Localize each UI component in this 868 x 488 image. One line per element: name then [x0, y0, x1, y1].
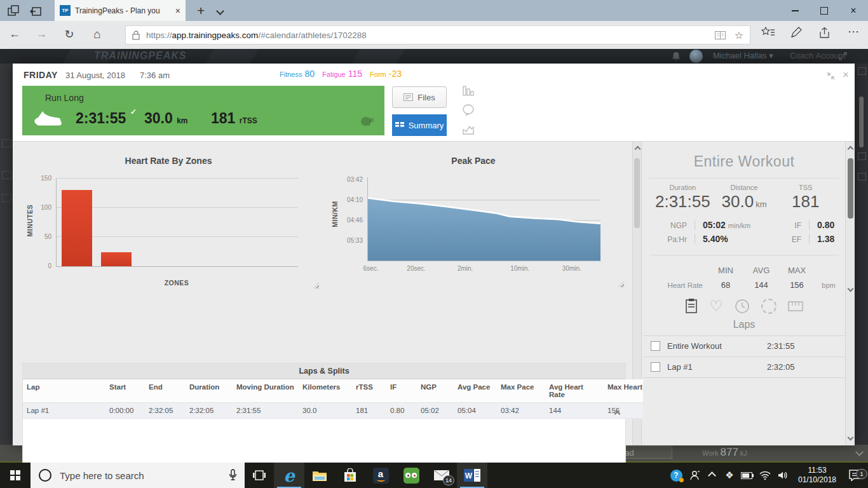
laps-table-cell: 0:00:00 — [105, 403, 145, 419]
workout-tss: 181 rTSS — [211, 110, 257, 127]
charts-view-icon[interactable] — [463, 85, 475, 97]
x-tick-label: 30min. — [562, 265, 581, 272]
sidebar-dashboard-icon[interactable] — [2, 194, 11, 202]
task-view-button[interactable] — [245, 463, 274, 488]
forward-button[interactable]: → — [32, 27, 51, 41]
more-options-icon[interactable]: ⋯ — [848, 25, 859, 39]
page-right-rail — [855, 64, 868, 445]
taskbar-clock[interactable]: 11:5301/10/2018 — [792, 466, 843, 485]
footer-collapse-chevron-icon[interactable] — [855, 448, 864, 456]
make-web-note-pen-icon[interactable] — [790, 27, 803, 41]
taskbar-word-icon[interactable]: W — [457, 463, 487, 488]
url-field[interactable]: https://app.trainingpeaks.com/#calendar/… — [125, 25, 750, 44]
chart-resize-handle[interactable] — [618, 281, 624, 287]
graph-view-icon[interactable] — [463, 124, 475, 135]
maximize-button[interactable] — [810, 0, 839, 21]
y-tick-label: 100 — [22, 204, 51, 211]
hr-column-header: MIN — [708, 266, 743, 275]
refresh-button[interactable]: ↻ — [60, 27, 79, 41]
hidden-icons-chevron[interactable] — [703, 473, 721, 478]
scroll-up-chevron-icon[interactable] — [635, 146, 641, 152]
comments-icon[interactable] — [360, 116, 374, 128]
files-button[interactable]: Files — [392, 86, 447, 108]
y-tick-label: 04:10 — [330, 196, 363, 203]
microphone-icon[interactable] — [229, 469, 237, 481]
right-rail-icon[interactable] — [858, 152, 866, 160]
user-avatar[interactable] — [689, 50, 703, 63]
people-icon[interactable] — [685, 470, 703, 480]
browser-tab[interactable]: TP TrainingPeaks - Plan you × — [55, 0, 186, 21]
right-panel-scrollbar[interactable] — [845, 142, 855, 445]
home-button[interactable]: ⌂ — [88, 27, 107, 41]
heart-rate-tab-icon[interactable]: ♡ — [709, 299, 723, 313]
scrollbar-thumb[interactable] — [848, 158, 853, 219]
show-tab-previews-icon[interactable] — [5, 4, 23, 18]
comments-view-icon[interactable] — [463, 104, 475, 116]
modal-collapse-icon[interactable] — [827, 71, 835, 83]
lap-checkbox[interactable] — [651, 362, 660, 372]
distance-tab-icon[interactable] — [788, 300, 803, 313]
laps-table-cell: 2:32:05 — [186, 403, 233, 419]
start-button[interactable] — [0, 463, 31, 488]
metric-value: 05:02min/km — [695, 220, 782, 230]
coach-account-link[interactable]: Coach Account — [790, 51, 845, 60]
hr-row-label: Heart Rate — [652, 281, 708, 289]
wifi-icon[interactable] — [756, 471, 774, 480]
volume-icon[interactable] — [774, 471, 792, 480]
close-window-button[interactable]: × — [839, 0, 868, 21]
share-icon[interactable] — [818, 27, 831, 41]
lap-checkbox[interactable] — [651, 341, 660, 351]
scrollbar-thumb[interactable] — [634, 158, 640, 228]
set-tabs-aside-icon[interactable] — [28, 4, 46, 18]
tab-list-chevron-icon[interactable] — [217, 5, 223, 17]
scroll-up-chevron-icon[interactable] — [848, 146, 854, 152]
lap-list-item[interactable]: Entire Workout2:31:55 — [643, 336, 845, 356]
taskbar-amazon-icon[interactable]: a — [365, 463, 396, 488]
new-tab-button[interactable]: + — [197, 3, 205, 18]
scroll-down-chevron-icon[interactable] — [848, 286, 854, 292]
notifications-bell-icon[interactable] — [672, 51, 681, 61]
sidebar-filter-icon[interactable] — [2, 139, 11, 147]
favorites-hub-icon[interactable] — [761, 27, 775, 41]
taskbar-mail-icon[interactable]: 14 — [426, 463, 457, 488]
taskbar-file-explorer-icon[interactable] — [304, 463, 335, 488]
laps-table-cell: 2:31:55 — [233, 403, 299, 419]
back-button[interactable]: ← — [5, 27, 24, 41]
time-tab-icon[interactable] — [735, 299, 750, 314]
user-menu[interactable]: Michael Hallas ▾ — [713, 51, 773, 60]
laps-clipboard-icon[interactable] — [685, 299, 698, 314]
scroll-down-chevron-icon[interactable] — [848, 435, 854, 441]
zones-tab-icon[interactable] — [761, 299, 776, 314]
summary-button[interactable]: Summary — [392, 114, 447, 136]
right-rail-icon[interactable] — [858, 173, 866, 180]
taskbar-tripadvisor-icon[interactable] — [396, 463, 426, 488]
chart-title: Heart Rate By Zones — [22, 156, 315, 166]
laps-table-row[interactable]: Lap #10:00:002:32:052:32:052:31:5530.018… — [23, 403, 741, 419]
minimize-button[interactable] — [780, 0, 810, 21]
tab-close-icon[interactable]: × — [175, 6, 180, 16]
hr-unit: bpm — [815, 281, 843, 289]
laps-table-cell: 05:02 — [417, 403, 454, 419]
taskbar-store-icon[interactable] — [335, 463, 365, 488]
expand-icon[interactable] — [839, 52, 847, 60]
get-help-icon[interactable]: ? — [667, 470, 685, 482]
reading-view-icon[interactable] — [715, 31, 726, 39]
taskbar-edge-icon[interactable]: e — [274, 463, 304, 488]
dropbox-icon[interactable]: ❖ — [721, 470, 738, 481]
add-favorite-star-icon[interactable]: ☆ — [735, 29, 743, 41]
metric-unit: min/km — [728, 222, 750, 229]
lap-list-item[interactable]: Lap #12:32:05 — [643, 356, 845, 378]
action-center-icon[interactable]: 1 — [843, 470, 868, 481]
pmc-metric-value: 80 — [304, 69, 315, 79]
battery-icon[interactable] — [738, 472, 756, 479]
workout-duration: 2:31:55 — [76, 110, 126, 127]
window-controls: × — [780, 0, 868, 21]
workout-title: Run Long — [45, 93, 84, 103]
right-rail-menu-icon[interactable] — [858, 67, 866, 75]
modal-close-icon[interactable]: × — [843, 69, 849, 81]
laps-table-cell: 03:42 — [497, 403, 545, 419]
taskbar-search-box[interactable]: Type here to search — [31, 463, 245, 488]
sidebar-calendar-icon[interactable] — [2, 171, 11, 179]
page-scrollbar-thumb[interactable] — [859, 97, 864, 147]
workout-summary-bar[interactable]: Run Long 2:31:55 ✓ 30.0 km 181 rTSS — [22, 86, 384, 135]
